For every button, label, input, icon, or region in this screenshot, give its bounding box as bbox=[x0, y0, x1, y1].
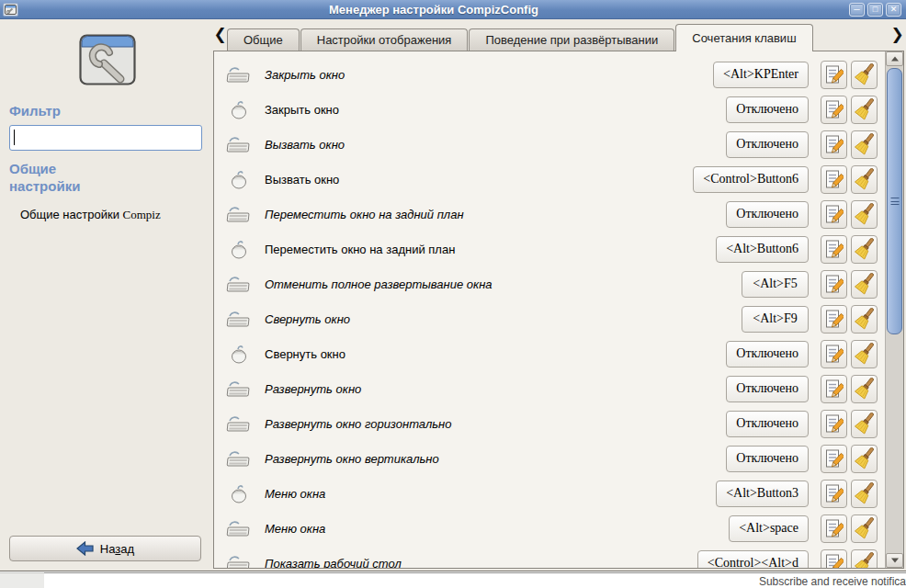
shortcut-row: Развернуть окно вертикально Отключено bbox=[214, 441, 885, 476]
filter-input[interactable] bbox=[9, 125, 202, 151]
broom-icon bbox=[855, 343, 874, 365]
edit-icon bbox=[824, 518, 844, 539]
clear-button[interactable] bbox=[851, 165, 878, 194]
shortcut-button[interactable]: <Alt>space bbox=[729, 515, 809, 542]
broom-icon bbox=[855, 378, 874, 400]
shortcut-row-label: Показать рабочий стол bbox=[265, 557, 697, 569]
shortcut-row-label: Переместить окно на задний план bbox=[265, 243, 716, 256]
keyboard-icon bbox=[226, 65, 251, 84]
clear-button[interactable] bbox=[851, 549, 878, 569]
keyboard-icon bbox=[226, 519, 251, 537]
edit-button[interactable] bbox=[821, 200, 847, 229]
shortcut-button[interactable]: <Alt>Button3 bbox=[716, 481, 809, 507]
clear-button[interactable] bbox=[851, 340, 878, 368]
mouse-icon bbox=[230, 344, 248, 364]
filter-heading: Фильтр bbox=[9, 102, 202, 119]
shortcut-button[interactable]: Отключено bbox=[726, 411, 809, 437]
broom-icon bbox=[855, 63, 874, 85]
shortcut-button[interactable]: Отключено bbox=[726, 131, 809, 158]
subscribe-text: Subscribe and receive notificati bbox=[759, 575, 906, 588]
shortcut-button[interactable]: <Alt>F9 bbox=[742, 306, 809, 333]
mouse-icon bbox=[230, 483, 248, 503]
shortcut-button[interactable]: Отключено bbox=[726, 201, 809, 228]
tab-scroll-left-icon[interactable]: ❮ bbox=[213, 23, 227, 47]
broom-icon bbox=[855, 517, 874, 539]
edit-button[interactable] bbox=[821, 480, 847, 508]
back-button[interactable]: Назад bbox=[9, 536, 201, 561]
edit-button[interactable] bbox=[821, 130, 847, 159]
tab-1[interactable]: Настройки отображения bbox=[300, 28, 469, 51]
edit-button[interactable] bbox=[821, 61, 847, 89]
edit-icon bbox=[824, 169, 844, 190]
scrollbar-track[interactable] bbox=[886, 66, 903, 553]
shortcut-row: Вызвать окно Отключено bbox=[214, 127, 885, 162]
broom-icon bbox=[855, 273, 874, 295]
shortcut-row: Вызвать окно <Control>Button6 bbox=[214, 162, 885, 197]
broom-icon bbox=[855, 482, 874, 504]
compizconfig-window: Менеджер настройки CompizConfig ─ □ ✕ bbox=[0, 0, 906, 571]
edit-button[interactable] bbox=[821, 270, 847, 299]
scrollbar-thumb[interactable] bbox=[887, 68, 902, 334]
clear-button[interactable] bbox=[851, 410, 878, 438]
vertical-scrollbar[interactable] bbox=[885, 51, 903, 568]
edit-button[interactable] bbox=[821, 305, 847, 334]
sidebar-item-general-compiz[interactable]: Общие настройки Compiz bbox=[20, 208, 202, 222]
shortcut-button[interactable]: <Alt>KPEnter bbox=[713, 62, 809, 88]
maximize-button[interactable]: □ bbox=[867, 3, 883, 17]
edit-button[interactable] bbox=[821, 445, 847, 473]
clear-button[interactable] bbox=[851, 375, 878, 403]
edit-button[interactable] bbox=[821, 165, 847, 194]
mouse-icon bbox=[230, 239, 248, 259]
clear-button[interactable] bbox=[851, 445, 878, 473]
shortcut-row: Показать рабочий стол <Control><Alt>d bbox=[214, 546, 885, 568]
shortcut-button[interactable]: Отключено bbox=[726, 96, 809, 123]
clear-button[interactable] bbox=[851, 235, 878, 264]
clear-button[interactable] bbox=[851, 130, 878, 159]
shortcut-button[interactable]: Отключено bbox=[726, 376, 809, 402]
keyboard-icon bbox=[226, 519, 251, 537]
mouse-icon bbox=[226, 483, 251, 503]
shortcut-button[interactable]: <Alt>F5 bbox=[742, 271, 809, 298]
edit-button[interactable] bbox=[821, 96, 847, 124]
edit-button[interactable] bbox=[821, 340, 847, 368]
keyboard-icon bbox=[226, 275, 251, 293]
tab-scroll-right-icon[interactable]: ❯ bbox=[890, 23, 904, 47]
broom-icon bbox=[855, 308, 874, 330]
mouse-icon bbox=[226, 169, 251, 189]
keyboard-icon bbox=[226, 449, 251, 468]
tab-0[interactable]: Общие bbox=[227, 28, 300, 51]
edit-button[interactable] bbox=[821, 549, 847, 569]
clear-button[interactable] bbox=[851, 200, 878, 229]
shortcut-row: Меню окна <Alt>Button3 bbox=[214, 476, 885, 511]
tab-2[interactable]: Поведение при развёртывании bbox=[469, 28, 674, 51]
shortcut-button[interactable]: Отключено bbox=[726, 341, 809, 368]
edit-button[interactable] bbox=[821, 375, 847, 403]
edit-icon bbox=[824, 344, 844, 365]
edit-button[interactable] bbox=[821, 514, 847, 543]
clear-button[interactable] bbox=[851, 480, 878, 508]
clear-button[interactable] bbox=[851, 61, 878, 89]
tab-3-active[interactable]: Сочетания клавиш bbox=[675, 24, 812, 51]
edit-button[interactable] bbox=[821, 410, 847, 438]
close-button[interactable]: ✕ bbox=[886, 3, 901, 17]
edit-icon bbox=[824, 204, 844, 225]
shortcut-row-label: Развернуть окно bbox=[265, 382, 726, 396]
shortcut-button[interactable]: Отключено bbox=[726, 446, 809, 472]
keyboard-icon bbox=[226, 205, 251, 223]
scroll-down-icon[interactable] bbox=[886, 553, 903, 568]
scroll-up-icon[interactable] bbox=[886, 51, 903, 66]
edit-icon bbox=[824, 379, 844, 400]
clear-button[interactable] bbox=[851, 514, 878, 543]
clear-button[interactable] bbox=[851, 96, 878, 124]
keyboard-icon bbox=[226, 135, 251, 153]
clear-button[interactable] bbox=[851, 305, 878, 334]
back-arrow-icon bbox=[76, 541, 94, 556]
shortcut-button[interactable]: <Control>Button6 bbox=[693, 166, 809, 193]
minimize-button[interactable]: ─ bbox=[849, 3, 865, 17]
shortcut-button[interactable]: <Alt>Button6 bbox=[716, 236, 809, 263]
tab-bar-items: ОбщиеНастройки отображенияПоведение при … bbox=[227, 24, 890, 51]
shortcut-row-label: Переместить окно на задний план bbox=[265, 208, 726, 221]
clear-button[interactable] bbox=[851, 270, 878, 299]
shortcut-button[interactable]: <Control><Alt>d bbox=[697, 550, 809, 569]
edit-button[interactable] bbox=[821, 235, 847, 264]
